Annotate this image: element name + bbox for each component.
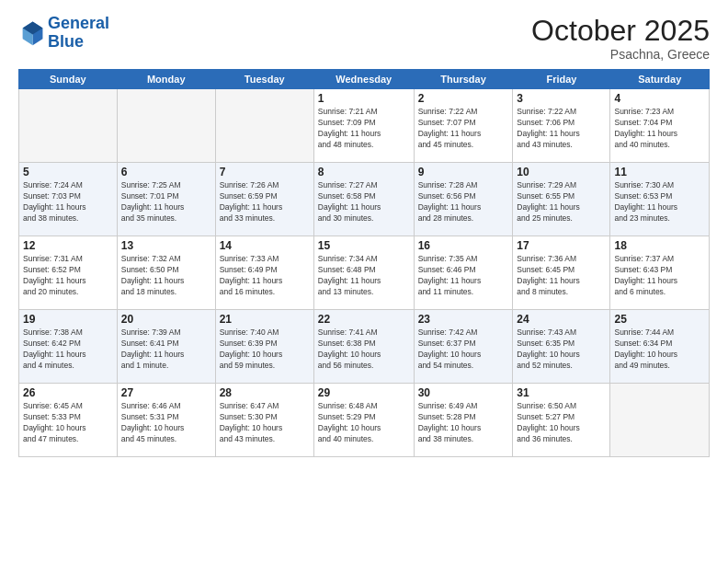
logo: General Blue [18, 15, 109, 52]
col-monday: Monday [117, 70, 215, 89]
day-number: 16 [418, 239, 509, 252]
logo-general: General [48, 15, 109, 33]
day-info: Sunrise: 6:50 AM Sunset: 5:27 PM Dayligh… [517, 401, 606, 445]
day-number: 29 [318, 386, 410, 399]
table-cell: 5Sunrise: 7:24 AM Sunset: 7:03 PM Daylig… [19, 163, 118, 236]
day-info: Sunrise: 7:35 AM Sunset: 6:46 PM Dayligh… [418, 254, 509, 298]
day-number: 2 [418, 92, 509, 105]
table-cell: 20Sunrise: 7:39 AM Sunset: 6:41 PM Dayli… [117, 310, 215, 384]
day-info: Sunrise: 6:47 AM Sunset: 5:30 PM Dayligh… [220, 401, 310, 445]
day-info: Sunrise: 7:44 AM Sunset: 6:34 PM Dayligh… [614, 327, 705, 372]
day-number: 15 [318, 239, 410, 252]
table-cell: 11Sunrise: 7:30 AM Sunset: 6:53 PM Dayli… [610, 163, 710, 236]
day-number: 12 [23, 239, 113, 252]
day-info: Sunrise: 7:42 AM Sunset: 6:37 PM Dayligh… [418, 327, 509, 372]
day-number: 19 [23, 313, 113, 326]
table-cell: 3Sunrise: 7:22 AM Sunset: 7:06 PM Daylig… [513, 89, 610, 163]
table-cell: 6Sunrise: 7:25 AM Sunset: 7:01 PM Daylig… [117, 163, 215, 236]
table-cell: 18Sunrise: 7:37 AM Sunset: 6:43 PM Dayli… [610, 236, 710, 310]
logo-blue: Blue [48, 33, 109, 52]
table-cell: 22Sunrise: 7:41 AM Sunset: 6:38 PM Dayli… [313, 310, 414, 384]
table-row: 19Sunrise: 7:38 AM Sunset: 6:42 PM Dayli… [19, 310, 710, 384]
day-info: Sunrise: 6:45 AM Sunset: 5:33 PM Dayligh… [23, 401, 113, 445]
day-info: Sunrise: 7:23 AM Sunset: 7:04 PM Dayligh… [614, 107, 705, 151]
day-number: 7 [220, 166, 310, 178]
day-number: 28 [220, 386, 310, 399]
day-number: 18 [614, 239, 705, 252]
day-info: Sunrise: 7:36 AM Sunset: 6:45 PM Dayligh… [517, 254, 606, 298]
day-info: Sunrise: 7:33 AM Sunset: 6:49 PM Dayligh… [220, 254, 310, 298]
day-number: 11 [614, 166, 705, 178]
table-row: 26Sunrise: 6:45 AM Sunset: 5:33 PM Dayli… [19, 384, 710, 457]
logo-icon [18, 20, 44, 46]
table-cell [117, 89, 215, 163]
col-sunday: Sunday [19, 70, 118, 89]
table-cell: 8Sunrise: 7:27 AM Sunset: 6:58 PM Daylig… [313, 163, 414, 236]
day-number: 9 [418, 166, 509, 178]
day-number: 21 [220, 313, 310, 326]
table-cell: 2Sunrise: 7:22 AM Sunset: 7:07 PM Daylig… [414, 89, 513, 163]
title-block: October 2025 Psachna, Greece [531, 15, 710, 62]
day-number: 30 [418, 386, 509, 399]
day-info: Sunrise: 6:46 AM Sunset: 5:31 PM Dayligh… [121, 401, 211, 445]
day-info: Sunrise: 7:27 AM Sunset: 6:58 PM Dayligh… [318, 180, 410, 224]
table-cell: 21Sunrise: 7:40 AM Sunset: 6:39 PM Dayli… [215, 310, 313, 384]
day-info: Sunrise: 7:32 AM Sunset: 6:50 PM Dayligh… [121, 254, 211, 298]
day-number: 6 [121, 166, 211, 178]
table-cell: 28Sunrise: 6:47 AM Sunset: 5:30 PM Dayli… [215, 384, 313, 457]
table-cell: 26Sunrise: 6:45 AM Sunset: 5:33 PM Dayli… [19, 384, 118, 457]
table-row: 1Sunrise: 7:21 AM Sunset: 7:09 PM Daylig… [19, 89, 710, 163]
header-row: Sunday Monday Tuesday Wednesday Thursday… [19, 70, 710, 89]
day-info: Sunrise: 7:38 AM Sunset: 6:42 PM Dayligh… [23, 327, 113, 372]
table-cell: 9Sunrise: 7:28 AM Sunset: 6:56 PM Daylig… [414, 163, 513, 236]
table-cell: 27Sunrise: 6:46 AM Sunset: 5:31 PM Dayli… [117, 384, 215, 457]
table-cell: 25Sunrise: 7:44 AM Sunset: 6:34 PM Dayli… [610, 310, 710, 384]
table-row: 12Sunrise: 7:31 AM Sunset: 6:52 PM Dayli… [19, 236, 710, 310]
day-info: Sunrise: 7:31 AM Sunset: 6:52 PM Dayligh… [23, 254, 113, 298]
table-cell [215, 89, 313, 163]
day-info: Sunrise: 7:24 AM Sunset: 7:03 PM Dayligh… [23, 180, 113, 224]
location-subtitle: Psachna, Greece [531, 47, 710, 62]
table-cell: 24Sunrise: 7:43 AM Sunset: 6:35 PM Dayli… [513, 310, 610, 384]
day-number: 4 [614, 92, 705, 105]
day-number: 31 [517, 386, 606, 399]
day-info: Sunrise: 7:29 AM Sunset: 6:55 PM Dayligh… [517, 180, 606, 224]
table-cell: 12Sunrise: 7:31 AM Sunset: 6:52 PM Dayli… [19, 236, 118, 310]
day-info: Sunrise: 7:40 AM Sunset: 6:39 PM Dayligh… [220, 327, 310, 372]
calendar-table: Sunday Monday Tuesday Wednesday Thursday… [18, 69, 710, 457]
day-info: Sunrise: 7:25 AM Sunset: 7:01 PM Dayligh… [121, 180, 211, 224]
day-number: 25 [614, 313, 705, 326]
table-cell: 13Sunrise: 7:32 AM Sunset: 6:50 PM Dayli… [117, 236, 215, 310]
day-number: 23 [418, 313, 509, 326]
table-cell: 4Sunrise: 7:23 AM Sunset: 7:04 PM Daylig… [610, 89, 710, 163]
day-number: 17 [517, 239, 606, 252]
day-number: 13 [121, 239, 211, 252]
day-number: 20 [121, 313, 211, 326]
month-title: October 2025 [531, 15, 710, 47]
table-cell: 7Sunrise: 7:26 AM Sunset: 6:59 PM Daylig… [215, 163, 313, 236]
day-number: 22 [318, 313, 410, 326]
col-friday: Friday [513, 70, 610, 89]
day-info: Sunrise: 7:22 AM Sunset: 7:07 PM Dayligh… [418, 107, 509, 151]
header: General Blue October 2025 Psachna, Greec… [18, 15, 710, 62]
day-number: 10 [517, 166, 606, 178]
day-number: 3 [517, 92, 606, 105]
day-info: Sunrise: 7:34 AM Sunset: 6:48 PM Dayligh… [318, 254, 410, 298]
calendar-page: General Blue October 2025 Psachna, Greec… [0, 0, 728, 563]
table-cell: 16Sunrise: 7:35 AM Sunset: 6:46 PM Dayli… [414, 236, 513, 310]
col-saturday: Saturday [610, 70, 710, 89]
day-number: 8 [318, 166, 410, 178]
table-cell: 23Sunrise: 7:42 AM Sunset: 6:37 PM Dayli… [414, 310, 513, 384]
table-cell [610, 384, 710, 457]
day-info: Sunrise: 6:49 AM Sunset: 5:28 PM Dayligh… [418, 401, 509, 445]
day-number: 5 [23, 166, 113, 178]
table-cell: 15Sunrise: 7:34 AM Sunset: 6:48 PM Dayli… [313, 236, 414, 310]
table-cell: 14Sunrise: 7:33 AM Sunset: 6:49 PM Dayli… [215, 236, 313, 310]
logo-text: General Blue [48, 15, 109, 52]
table-cell: 30Sunrise: 6:49 AM Sunset: 5:28 PM Dayli… [414, 384, 513, 457]
table-cell: 29Sunrise: 6:48 AM Sunset: 5:29 PM Dayli… [313, 384, 414, 457]
day-info: Sunrise: 7:26 AM Sunset: 6:59 PM Dayligh… [220, 180, 310, 224]
day-info: Sunrise: 7:43 AM Sunset: 6:35 PM Dayligh… [517, 327, 606, 372]
day-info: Sunrise: 7:37 AM Sunset: 6:43 PM Dayligh… [614, 254, 705, 298]
col-tuesday: Tuesday [215, 70, 313, 89]
